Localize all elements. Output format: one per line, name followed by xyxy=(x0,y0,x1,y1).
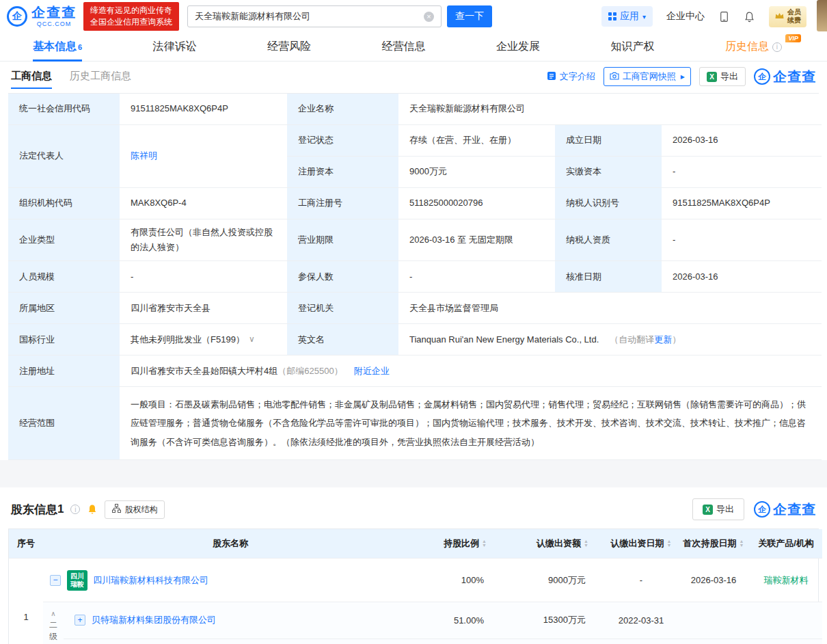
tab-basic-info[interactable]: 基本信息6 xyxy=(33,33,82,61)
search-input[interactable] xyxy=(195,12,424,22)
secondary-shareholder-label: 二级股东 xyxy=(49,619,58,644)
sort-icon[interactable]: ▲▼ xyxy=(482,539,487,548)
clear-icon[interactable]: × xyxy=(424,12,434,22)
qcc-watermark-text: 企查查 xyxy=(773,68,816,86)
mobile-phone-icon[interactable] xyxy=(718,11,730,23)
tab-legal-litigation[interactable]: 法律诉讼 xyxy=(153,33,197,61)
company-type-value: 有限责任公司（非自然人投资或控股的法人独资） xyxy=(120,219,287,261)
equity-structure-label: 股权结构 xyxy=(124,504,157,515)
app-menu[interactable]: 应用 ▾ xyxy=(601,6,653,27)
excel-icon: X xyxy=(703,505,713,515)
shareholders-header: 股东信息1 i 股权结构 X 导出 企 企查查 xyxy=(0,487,827,528)
english-name-value: Tianquan Rui'an New Energy Materials Co.… xyxy=(398,324,822,355)
shareholder-ratio: 100% xyxy=(418,558,503,602)
qcc-watermark-icon: 企 xyxy=(754,501,770,518)
reg-status-label: 登记状态 xyxy=(287,125,398,157)
sub-shareholder-first-date xyxy=(677,639,750,644)
collapse-chevron-icon[interactable]: ∧ xyxy=(51,611,55,617)
search-button[interactable]: 查一下 xyxy=(447,5,492,27)
legal-rep-label: 法定代表人 xyxy=(8,125,120,188)
col-subscribed-amount-label: 认缴出资额 xyxy=(537,537,581,550)
document-icon xyxy=(547,71,556,83)
sub-shareholder-subscribed-date: 2021-03-31 xyxy=(605,639,677,644)
related-product-link[interactable]: 瑞鞍新材料 xyxy=(764,574,809,587)
col-related-products: 关联产品/机构 xyxy=(750,529,822,558)
notification-bell-icon[interactable] xyxy=(744,11,755,23)
text-intro-link[interactable]: 文字介绍 xyxy=(547,70,595,83)
shareholder-logo-badge: 四川 瑞鞍 xyxy=(67,570,87,591)
app-menu-label: 应用 xyxy=(620,10,639,23)
tab-intellectual-property-label: 知识产权 xyxy=(610,40,654,54)
col-first-hold-date-label: 首次持股日期 xyxy=(683,537,737,550)
shareholders-table: 序号 股东名称 持股比例 ▲▼ 认缴出资额 ▲▼ 认缴出资日期 ▲▼ 首次持股日… xyxy=(8,528,819,644)
reg-capital-value: 9000万元 xyxy=(398,157,555,188)
reg-number-value: 511825000020796 xyxy=(398,188,555,219)
paid-capital-value: - xyxy=(662,157,822,188)
badge-line2: 瑞鞍 xyxy=(70,580,84,589)
org-code-label: 组织机构代码 xyxy=(8,188,120,219)
secondary-shareholder-group: ∧ 二级股东 xyxy=(43,602,64,644)
translate-update-link[interactable]: 更新 xyxy=(654,332,672,347)
tab-operation-risk[interactable]: 经营风险 xyxy=(267,33,311,61)
credit-code-value: 91511825MAK8XQ6P4P xyxy=(120,94,287,125)
paid-capital-label: 实缴资本 xyxy=(555,157,662,188)
company-name-value: 天全瑞鞍新能源材料有限公司 xyxy=(398,94,822,125)
address-value: 四川省雅安市天全县始阳镇大坪村4组 （邮编625500） 附近企业 xyxy=(120,355,822,387)
shareholder-subscribed-date: - xyxy=(605,558,677,602)
side-widget[interactable] xyxy=(817,0,827,31)
vip-tag: VIP xyxy=(785,34,801,42)
shareholders-count: 1 xyxy=(57,502,64,516)
tab-enterprise-development-label: 企业发展 xyxy=(496,40,540,54)
info-icon: i xyxy=(70,505,80,514)
industry-label: 国标行业 xyxy=(8,324,120,355)
tab-history-info[interactable]: VIP 历史信息 i xyxy=(725,33,794,61)
sub-shareholder-name-cell: + 贝特瑞新材料集团股份有限公司 xyxy=(64,602,418,639)
sub-shareholder-related-cell xyxy=(750,639,822,644)
taxpayer-quality-label: 纳税人资质 xyxy=(555,219,662,261)
slogan-line2: 全国企业信用查询系统 xyxy=(90,16,172,28)
camera-icon xyxy=(610,72,619,82)
slogan-banner: 缔造有远见的商业传奇 全国企业信用查询系统 xyxy=(83,2,179,31)
region-label: 所属地区 xyxy=(8,293,120,324)
vip-line1: 会员 xyxy=(787,8,801,17)
sort-icon[interactable]: ▲▼ xyxy=(584,539,588,548)
address-zip: （邮编625500） xyxy=(277,364,342,379)
enterprise-center-link[interactable]: 企业中心 xyxy=(666,10,705,23)
shareholder-first-date: 2026-03-16 xyxy=(677,558,750,602)
subtab-history-business-info[interactable]: 历史工商信息 xyxy=(70,70,131,89)
vip-renew-badge[interactable]: 会员 续费 xyxy=(769,6,806,27)
expand-button[interactable]: + xyxy=(74,615,85,626)
col-ratio: 持股比例 ▲▼ xyxy=(418,529,503,558)
subtab-business-info[interactable]: 工商信息 xyxy=(11,70,52,89)
taxpayer-id-value: 91511825MAK8XQ6P4P xyxy=(662,188,822,219)
alert-bell-icon[interactable] xyxy=(87,504,98,515)
qcc-logo[interactable]: 企 企查查 QCC.COM xyxy=(7,5,77,27)
sub-shareholder-ratio: 51.00% xyxy=(418,602,503,639)
tab-intellectual-property[interactable]: 知识产权 xyxy=(610,33,654,61)
tab-operation-info[interactable]: 经营信息 xyxy=(382,33,426,61)
col-shareholder-name: 股东名称 xyxy=(43,529,418,558)
shareholders-title: 股东信息1 xyxy=(11,502,64,518)
collapse-button[interactable]: − xyxy=(50,575,61,586)
sub-toolbar: 工商信息 历史工商信息 文字介绍 工商官网快照 ▶ X 导出 企 企查查 xyxy=(0,62,827,89)
sort-icon[interactable]: ▲▼ xyxy=(667,539,672,548)
col-subscribed-amount: 认缴出资额 ▲▼ xyxy=(503,529,605,558)
industry-text: 其他未列明批发业（F5199） xyxy=(131,332,245,347)
region-value: 四川省雅安市天全县 xyxy=(120,293,287,324)
qcc-watermark-logo: 企 企查查 xyxy=(754,500,816,519)
snapshot-button[interactable]: 工商官网快照 ▶ xyxy=(604,67,691,86)
search-box[interactable]: × xyxy=(187,5,442,27)
business-info-table: 统一社会信用代码 91511825MAK8XQ6P4P 企业名称 天全瑞鞍新能源… xyxy=(8,93,819,460)
shareholders-export-button[interactable]: X 导出 xyxy=(692,498,744,520)
sub-shareholder-name-link[interactable]: 贝特瑞新材料集团股份有限公司 xyxy=(92,614,216,626)
chevron-down-icon[interactable]: ∨ xyxy=(249,332,255,346)
legal-rep-link[interactable]: 陈祥明 xyxy=(131,148,157,163)
excel-icon: X xyxy=(707,72,717,82)
export-button[interactable]: X 导出 xyxy=(699,67,746,86)
sort-icon[interactable]: ▲▼ xyxy=(740,539,744,548)
equity-structure-button[interactable]: 股权结构 xyxy=(105,500,165,519)
shareholder-name-link[interactable]: 四川瑞鞍新材料科技有限公司 xyxy=(93,574,208,587)
qcc-logo-domain: QCC.COM xyxy=(31,21,77,27)
tab-enterprise-development[interactable]: 企业发展 xyxy=(496,33,540,61)
nearby-companies-link[interactable]: 附近企业 xyxy=(354,364,390,379)
